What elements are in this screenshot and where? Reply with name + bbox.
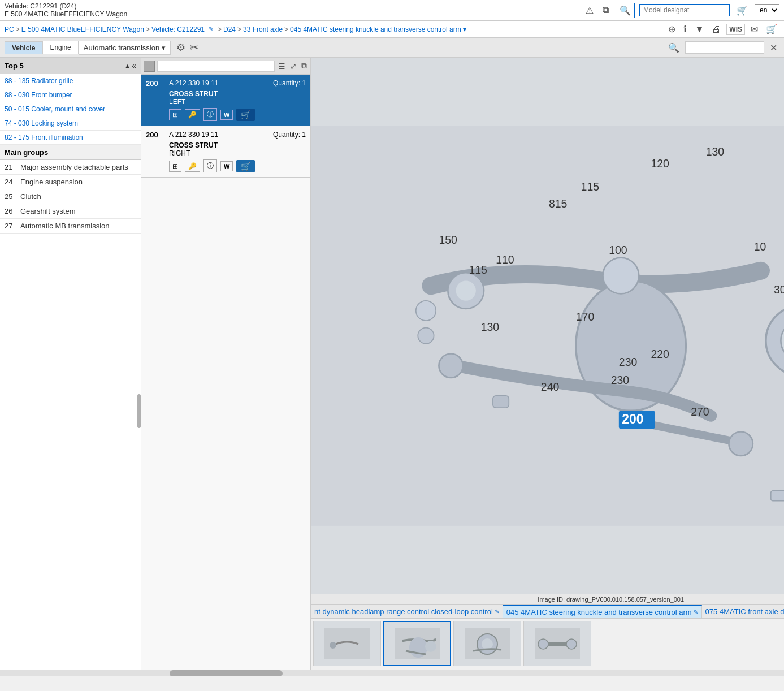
part-name-0: CROSS STRUT (146, 90, 306, 98)
image-panel: ✕ ○ ↩ ✕ SVG ⊕ ⊖ (311, 58, 784, 670)
tab-vehicle[interactable]: Vehicle (5, 41, 42, 54)
breadcrumb: PC > E 500 4MATIC BlueEFFICIENCY Wagon >… (5, 24, 661, 34)
svg-text:170: 170 (576, 310, 595, 323)
search-icon-top[interactable]: 🔍 (616, 3, 635, 18)
thumb-label-0[interactable]: nt dynamic headlamp range control closed… (311, 606, 503, 617)
cart-icon-toolbar[interactable]: 🛒 (764, 23, 779, 36)
sidebar-header: Top 5 ▴ « (0, 58, 141, 74)
thumb-label-2[interactable]: 075 4MATIC front axle drive ✎ (702, 606, 784, 617)
bottom-scrollbar[interactable] (0, 670, 784, 676)
filter-icon[interactable]: ▼ (692, 23, 706, 36)
top5-item-1[interactable]: 88 - 030 Front bumper (0, 88, 141, 102)
svg-text:130: 130 (706, 145, 725, 158)
model-search-input[interactable] (639, 4, 730, 16)
parts-panel-toolbar: ☰ ⤢ ⧉ (141, 58, 310, 75)
part-table-btn-1[interactable]: ⊞ (169, 161, 181, 172)
part-cart-btn-1[interactable]: 🛒 (236, 160, 255, 172)
svg-point-43 (425, 641, 436, 652)
bc-vehicle-line[interactable]: E 500 4MATIC BlueEFFICIENCY Wagon (21, 25, 144, 33)
top5-title: Top 5 (5, 62, 24, 70)
group-item-24[interactable]: 24 Engine suspension (0, 175, 141, 189)
sidebar: Top 5 ▴ « 88 - 135 Radiator grille 88 - … (0, 58, 141, 670)
mail-icon[interactable]: ✉ (748, 23, 760, 36)
bc-pc[interactable]: PC (5, 25, 14, 33)
vehicle-name: E 500 4MATIC BlueEFFICIENCY Wagon (5, 10, 127, 18)
top5-item-4[interactable]: 82 - 175 Front illumination (0, 131, 141, 145)
zoom-in-icon[interactable]: ⊕ (666, 23, 678, 36)
svg-text:230: 230 (619, 356, 638, 368)
part-info-btn-0[interactable]: ⓘ (203, 108, 217, 121)
top5-item-2[interactable]: 50 - 015 Cooler, mount and cover (0, 102, 141, 116)
warning-icon[interactable]: ⚠ (583, 4, 596, 17)
group-item-26[interactable]: 26 Gearshift system (0, 204, 141, 219)
thumb-label-1[interactable]: 045 4MATIC steering knuckle and transver… (503, 605, 702, 618)
thumb-img-2[interactable] (453, 621, 521, 666)
part-cart-btn-0[interactable]: 🛒 (236, 109, 255, 121)
svg-text:815: 815 (549, 197, 567, 210)
bc-vehicle-id[interactable]: Vehicle: C212291 (151, 25, 205, 33)
svg-text:270: 270 (691, 405, 709, 418)
svg-text:115: 115 (469, 264, 487, 276)
bc-front-axle[interactable]: 33 Front axle (243, 25, 283, 33)
thumb-img-0[interactable] (313, 621, 381, 666)
tab-icon1[interactable]: ⚙ (174, 40, 188, 55)
parts-newwin-icon[interactable]: ⧉ (300, 60, 308, 72)
top5-item-3[interactable]: 74 - 030 Locking system (0, 116, 141, 131)
thumbnail-section: nt dynamic headlamp range control closed… (311, 604, 784, 670)
group-item-27[interactable]: 27 Automatic MB transmission (0, 219, 141, 234)
parts-expand-icon[interactable]: ⤢ (289, 61, 298, 72)
parts-search-input[interactable] (157, 61, 275, 72)
tab-icon2[interactable]: ✂ (188, 40, 201, 55)
bc-vehicle-icon[interactable]: ✎ (206, 24, 216, 34)
sidebar-double-collapse-btn[interactable]: « (132, 61, 136, 70)
part-key-btn-0[interactable]: 🔑 (185, 109, 200, 120)
thumb-edit-1[interactable]: ✎ (694, 609, 698, 615)
top-bar: Vehicle: C212291 (D24) E 500 4MATIC Blue… (0, 0, 784, 21)
close-search-btn[interactable]: ✕ (768, 41, 779, 54)
language-select[interactable]: en (755, 4, 779, 16)
sidebar-collapse-btn[interactable]: ▴ (125, 61, 129, 70)
part-key-btn-1[interactable]: 🔑 (185, 161, 200, 172)
info-icon[interactable]: ℹ (681, 23, 689, 36)
part-name-1: CROSS STRUT (146, 141, 306, 149)
main-groups-title: Main groups (0, 145, 141, 160)
part-table-btn-0[interactable]: ⊞ (169, 109, 181, 120)
top5-item-0[interactable]: 88 - 135 Radiator grille (0, 74, 141, 88)
part-wis-btn-1[interactable]: W (220, 161, 233, 171)
cart-icon-top[interactable]: 🛒 (734, 4, 750, 17)
thumb-img-1[interactable] (383, 621, 451, 666)
wis-icon[interactable]: WIS (726, 24, 745, 35)
thumb-img-3[interactable] (523, 621, 591, 666)
thumb-svg-2 (465, 628, 510, 659)
toolbar-search-input[interactable] (685, 41, 764, 54)
svg-text:30: 30 (774, 283, 784, 296)
bc-d24[interactable]: D24 (223, 25, 236, 33)
thumb-svg-3 (535, 628, 580, 659)
top5-list: 88 - 135 Radiator grille 88 - 030 Front … (0, 74, 141, 145)
part-item-1[interactable]: 200 A 212 330 19 11 Quantity: 1 CROSS ST… (141, 126, 310, 178)
svg-point-40 (330, 642, 336, 649)
copy-icon[interactable]: ⧉ (600, 4, 611, 16)
svg-text:115: 115 (581, 180, 599, 193)
tab-automatic-transmission[interactable]: Automatic transmission ▾ (79, 41, 171, 55)
svg-rect-15 (493, 396, 509, 408)
part-code-0: A 212 330 19 11 (166, 79, 273, 87)
thumb-labels-row: nt dynamic headlamp range control closed… (311, 605, 784, 619)
part-item-0[interactable]: 200 A 212 330 19 11 Quantity: 1 CROSS ST… (141, 75, 310, 126)
search-icon-toolbar[interactable]: 🔍 (666, 41, 682, 54)
print-icon[interactable]: 🖨 (709, 23, 723, 36)
parts-panel: ☰ ⤢ ⧉ 200 A 212 330 19 11 Quantity: 1 CR… (141, 58, 311, 670)
group-item-21[interactable]: 21 Major assembly detachable parts (0, 160, 141, 175)
group-item-25[interactable]: 25 Clutch (0, 189, 141, 204)
parts-list-icon[interactable]: ☰ (277, 61, 287, 72)
svg-point-8 (729, 432, 752, 456)
svg-text:220: 220 (651, 348, 669, 360)
thumb-edit-0[interactable]: ✎ (495, 608, 499, 615)
part-wis-btn-0[interactable]: W (220, 110, 233, 120)
sidebar-scrollbar (137, 394, 141, 428)
part-info-btn-1[interactable]: ⓘ (203, 159, 217, 172)
part-qty-1: Quantity: 1 (273, 131, 306, 139)
bc-045-dropdown[interactable]: 045 4MATIC steering knuckle and transver… (290, 25, 466, 33)
tab-engine[interactable]: Engine (42, 41, 78, 54)
thumb-svg-0 (324, 628, 370, 659)
